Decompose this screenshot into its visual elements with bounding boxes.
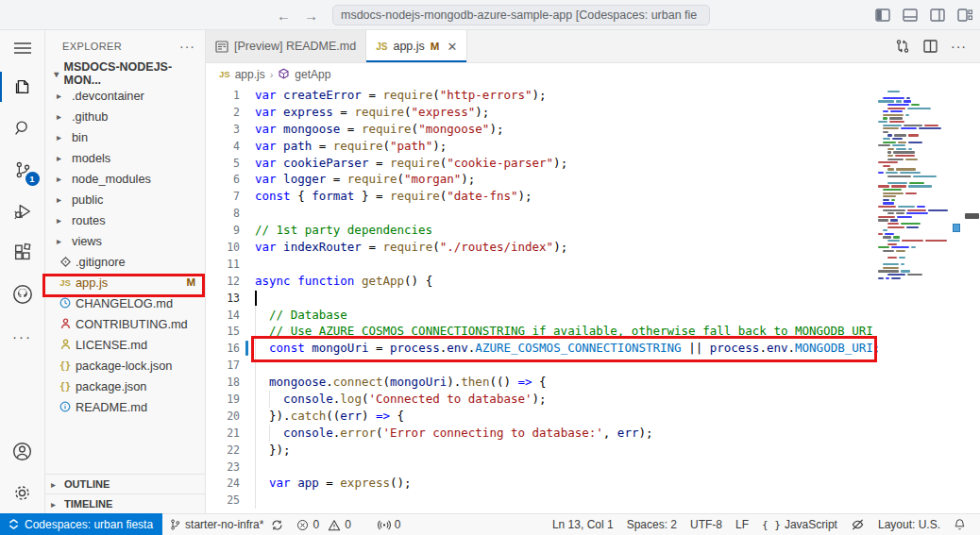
line-number[interactable]: 1 [206, 89, 240, 102]
extensions-icon[interactable] [0, 232, 45, 274]
code-line-24[interactable]: 24 var app = express();​ [206, 475, 876, 492]
line-number[interactable]: 22 [206, 443, 240, 457]
line-number[interactable]: 10 [206, 241, 240, 254]
menu-icon[interactable] [0, 30, 45, 66]
encoding[interactable]: UTF-8 [684, 518, 729, 531]
line-number[interactable]: 13 [206, 292, 240, 305]
folder-row--github[interactable]: ▸.github [45, 106, 205, 126]
tab-appjs[interactable]: JS app.js M ✕ [366, 30, 467, 62]
code-line-20[interactable]: 20 }).catch((err) => {​ [206, 408, 876, 425]
line-number[interactable]: 21 [206, 426, 240, 440]
notifications-bell[interactable] [947, 518, 972, 531]
line-number[interactable]: 7 [206, 190, 240, 203]
file-row-README-md[interactable]: README.md [45, 396, 205, 417]
keyboard-layout[interactable]: Layout: U.S. [871, 518, 947, 531]
language-mode[interactable]: { } JavaScript [755, 518, 844, 531]
settings-gear-icon[interactable] [0, 472, 45, 513]
code-line-13[interactable]: 13​ [206, 290, 876, 307]
breadcrumb-file[interactable]: app.js [235, 68, 265, 81]
line-number[interactable]: 20 [206, 410, 240, 423]
folder-row-public[interactable]: ▸public [45, 189, 205, 209]
folder-row-bin[interactable]: ▸bin [45, 126, 205, 147]
file-row-CONTRIBUTING-md[interactable]: CONTRIBUTING.md [45, 313, 205, 334]
search-icon[interactable] [0, 108, 45, 149]
editor-scrollbar-thumb[interactable] [965, 213, 979, 219]
explorer-more-actions-icon[interactable]: ··· [179, 39, 195, 54]
code-line-19[interactable]: 19 console.log('Connected to database');… [206, 391, 876, 408]
folder-row-views[interactable]: ▸views [45, 230, 205, 251]
line-number[interactable]: 11 [206, 258, 240, 271]
tab-preview-readme[interactable]: [Preview] README.md [206, 30, 366, 62]
screencast-off-indicator[interactable] [844, 518, 871, 531]
browser-back-button[interactable]: ← [277, 8, 291, 24]
code-line-11[interactable]: 11​ [206, 256, 876, 273]
outline-section[interactable]: ▸OUTLINE [45, 474, 205, 493]
folder-row-node-modules[interactable]: ▸node_modules [45, 168, 205, 189]
code-editor[interactable]: 1var createError = require("http-errors"… [206, 85, 980, 513]
code-line-7[interactable]: 7const { format } = require("date-fns");… [206, 188, 876, 205]
remote-indicator[interactable]: Codespaces: urban fiesta [0, 513, 162, 535]
line-number[interactable]: 3 [206, 123, 240, 136]
address-bar[interactable]: msdocs-nodejs-mongodb-azure-sample-app [… [332, 5, 710, 25]
code-line-23[interactable]: 23​ [206, 459, 876, 476]
code-line-10[interactable]: 10var indexRouter = require("./routes/in… [206, 239, 876, 256]
breadcrumb-symbol[interactable]: getApp [295, 68, 330, 81]
code-line-22[interactable]: 22 });​ [206, 442, 876, 459]
file-row-LICENSE-md[interactable]: LICENSE.md [45, 334, 205, 355]
cursor-position[interactable]: Ln 13, Col 1 [546, 518, 620, 531]
eol-sequence[interactable]: LF [729, 518, 755, 531]
sync-icon[interactable] [271, 519, 283, 531]
toggle-panel-icon[interactable] [903, 8, 918, 22]
line-number[interactable]: 2 [206, 106, 240, 119]
line-number[interactable]: 24 [206, 476, 240, 490]
editor-more-actions-icon[interactable]: ··· [951, 39, 967, 54]
minimap[interactable] [878, 87, 954, 513]
account-icon[interactable] [0, 430, 45, 472]
code-line-17[interactable]: 17​ [206, 357, 876, 374]
line-number[interactable]: 16 [206, 342, 240, 355]
browser-forward-button[interactable]: → [304, 8, 318, 24]
open-changes-icon[interactable] [895, 39, 910, 54]
line-number[interactable]: 8 [206, 207, 240, 220]
code-line-14[interactable]: 14 // Database​ [206, 307, 876, 324]
line-number[interactable]: 9 [206, 224, 240, 237]
code-line-2[interactable]: 2var express = require("express");​ [206, 104, 876, 121]
code-line-21[interactable]: 21 console.error('Error connecting to da… [206, 425, 876, 442]
more-views-icon[interactable]: ··· [0, 315, 45, 357]
toggle-secondary-sidebar-icon[interactable] [930, 8, 945, 22]
line-number[interactable]: 14 [206, 309, 240, 322]
line-number[interactable]: 5 [206, 157, 240, 170]
code-line-12[interactable]: 12async function getApp() {​ [206, 273, 876, 290]
folder-row--devcontainer[interactable]: ▸.devcontainer [45, 85, 205, 106]
branch-indicator[interactable]: starter-no-infra* [162, 518, 290, 531]
code-line-16[interactable]: 16 const mongoUri = process.env.AZURE_CO… [206, 340, 876, 357]
line-number[interactable]: 17 [206, 359, 240, 372]
ports-indicator[interactable]: 0 [371, 518, 408, 531]
file-row--gitignore[interactable]: .gitignore [45, 251, 205, 272]
line-number[interactable]: 18 [206, 376, 240, 389]
line-number[interactable]: 19 [206, 393, 240, 406]
code-line-18[interactable]: 18 mongoose.connect(mongoUri).then(() =>… [206, 374, 876, 391]
split-editor-icon[interactable] [923, 40, 938, 53]
line-number[interactable]: 12 [206, 275, 240, 288]
line-number[interactable]: 23 [206, 460, 240, 474]
indentation[interactable]: Spaces: 2 [620, 518, 684, 531]
source-control-icon[interactable]: 1 [0, 149, 45, 191]
code-line-25[interactable]: 25​ [206, 492, 876, 509]
line-number[interactable]: 4 [206, 140, 240, 153]
file-row-package-json[interactable]: {}package.json [45, 376, 205, 396]
file-row-CHANGELOG-md[interactable]: CHANGELOG.md [45, 293, 205, 313]
file-row-package-lock-json[interactable]: {}package-lock.json [45, 355, 205, 376]
code-line-8[interactable]: 8​ [206, 205, 876, 222]
code-line-5[interactable]: 5var cookieParser = require("cookie-pars… [206, 155, 876, 172]
code-line-3[interactable]: 3var mongoose = require("mongoose");​ [206, 121, 876, 138]
folder-row-models[interactable]: ▸models [45, 147, 205, 168]
code-line-1[interactable]: 1var createError = require("http-errors"… [206, 87, 876, 104]
line-number[interactable]: 15 [206, 325, 240, 338]
toggle-sidebar-icon[interactable] [875, 8, 890, 22]
line-number[interactable]: 25 [206, 493, 240, 507]
code-line-9[interactable]: 9// 1st party dependencies​ [206, 222, 876, 239]
run-debug-icon[interactable] [0, 191, 45, 232]
close-icon[interactable]: ✕ [447, 40, 457, 54]
file-row-app-js[interactable]: JSapp.jsM [45, 272, 205, 293]
